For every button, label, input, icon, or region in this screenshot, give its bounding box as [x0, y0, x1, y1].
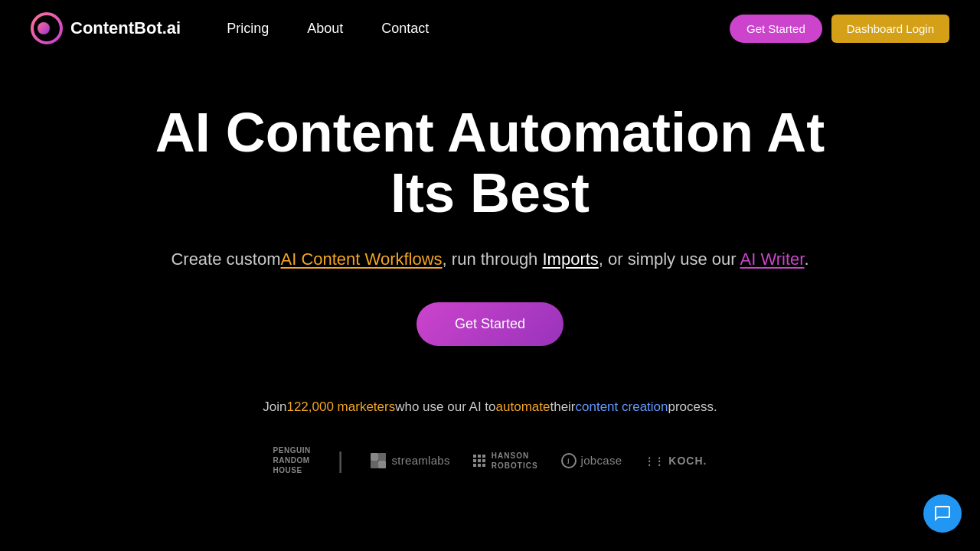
- stats-text-process: process.: [668, 399, 717, 415]
- navbar-right: Get Started Dashboard Login: [730, 15, 949, 43]
- logo-streamlabs: streamlabs: [370, 452, 449, 469]
- logo-penguin: Penguin Random House: [273, 445, 311, 475]
- get-started-nav-button[interactable]: Get Started: [730, 15, 822, 43]
- stats-section: Join 122,000 marketers who use our AI to…: [0, 369, 980, 430]
- hero-section: AI Content Automation At Its Best Create…: [0, 57, 980, 369]
- hanson-grid-icon: [473, 455, 485, 467]
- svg-rect-3: [378, 453, 386, 461]
- dashboard-login-button[interactable]: Dashboard Login: [831, 15, 949, 43]
- nav-links: Pricing About Contact: [227, 21, 429, 37]
- stats-automate: automate: [496, 399, 550, 415]
- navbar-left: ContentBot.ai Pricing About Contact: [31, 12, 429, 44]
- jobcase-icon: j: [561, 453, 577, 468]
- nav-pricing[interactable]: Pricing: [227, 21, 269, 37]
- divider-1: |: [338, 448, 344, 474]
- streamlabs-icon: [370, 452, 387, 469]
- logos-section: Penguin Random House | streamlabs HANSON…: [0, 430, 980, 491]
- logo-text: ContentBot.ai: [70, 18, 181, 38]
- hero-title: AI Content Automation At Its Best: [145, 103, 835, 223]
- navbar: ContentBot.ai Pricing About Contact Get …: [0, 0, 980, 57]
- get-started-hero-button[interactable]: Get Started: [416, 302, 564, 346]
- stats-text-their: their: [550, 399, 575, 415]
- logo-hanson: HANSON ROBOTICS: [473, 451, 538, 471]
- nav-about[interactable]: About: [307, 21, 343, 37]
- hero-subtitle-text3: , or simply use our: [599, 249, 740, 269]
- logo-jobcase: j jobcase: [561, 453, 622, 468]
- stats-text-use: who use our AI to: [395, 399, 495, 415]
- svg-rect-2: [371, 453, 378, 461]
- chat-button[interactable]: [923, 494, 962, 533]
- logo-link[interactable]: ContentBot.ai: [31, 12, 181, 44]
- stats-content-creation: content creation: [576, 399, 668, 415]
- chat-icon: [933, 504, 952, 523]
- hero-subtitle-text4: .: [804, 249, 808, 269]
- hero-subtitle-text2: , run through: [443, 249, 543, 269]
- hero-subtitle-text1: Create custom: [171, 249, 280, 269]
- svg-rect-5: [378, 461, 386, 468]
- hero-link-workflows[interactable]: AI Content Workflows: [280, 249, 442, 269]
- logo-icon: [31, 12, 63, 44]
- hero-link-imports[interactable]: Imports: [542, 249, 598, 269]
- stats-text-join: Join: [263, 399, 286, 415]
- stats-marketers: 122,000 marketers: [286, 399, 395, 415]
- svg-point-1: [38, 22, 50, 34]
- hero-link-ai-writer[interactable]: AI Writer: [740, 249, 804, 269]
- logo-koch: ⋮⋮ KOCH.: [645, 455, 707, 467]
- hero-subtitle: Create customAI Content Workflows, run t…: [171, 246, 808, 272]
- nav-contact[interactable]: Contact: [381, 21, 429, 37]
- svg-rect-4: [371, 461, 378, 468]
